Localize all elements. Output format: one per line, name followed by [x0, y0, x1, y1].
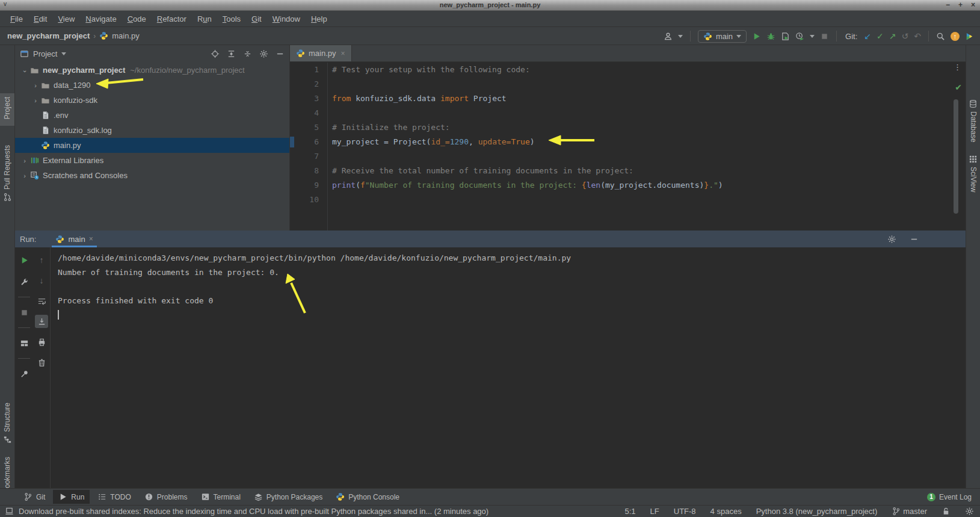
code-with-me-icon[interactable]: [965, 32, 974, 41]
hide-panel-button[interactable]: [276, 49, 285, 58]
code-line-4[interactable]: [332, 106, 952, 120]
tree-chevron-right-icon[interactable]: ›: [31, 97, 40, 104]
tree-chevron-right-icon[interactable]: ›: [31, 82, 40, 89]
stripe-tab-project[interactable]: Project: [0, 93, 14, 126]
user-dropdown-chevron-icon[interactable]: [678, 35, 683, 38]
close-button[interactable]: ×: [971, 0, 975, 10]
tree-item-external-libraries[interactable]: ›External Libraries: [15, 153, 289, 168]
menu-navigate[interactable]: Navigate: [80, 13, 122, 25]
indent-setting[interactable]: 4 spaces: [710, 507, 742, 516]
code-line-8[interactable]: # Receive the total number of training d…: [332, 164, 952, 178]
line-ending[interactable]: LF: [650, 507, 659, 516]
event-log-button[interactable]: 1 Event Log: [927, 493, 972, 501]
menu-view[interactable]: View: [52, 13, 80, 25]
code-line-10[interactable]: [332, 193, 952, 207]
code-area[interactable]: # Test your setup with the following cod…: [332, 63, 952, 231]
git-branch-widget[interactable]: master: [892, 507, 927, 516]
editor-scrollbar[interactable]: [954, 99, 958, 214]
indexing-settings-icon[interactable]: [965, 507, 974, 516]
panel-settings-button[interactable]: [259, 49, 268, 58]
git-update-button[interactable]: ↙: [864, 32, 871, 40]
readonly-lock-icon[interactable]: [941, 507, 951, 516]
rerun-button[interactable]: [20, 256, 29, 265]
git-commit-button[interactable]: ✓: [877, 32, 884, 40]
tree-item-konfuzio-sdk[interactable]: ›konfuzio-sdk: [15, 93, 289, 108]
code-line-3[interactable]: from konfuzio_sdk.data import Project: [332, 91, 952, 106]
pin-tab-button[interactable]: [20, 370, 29, 379]
tree-item-data-1290[interactable]: ›data_1290: [15, 78, 289, 93]
editor-body[interactable]: 12345678910 # Test your setup with the f…: [290, 63, 966, 231]
scroll-to-end-button[interactable]: [37, 317, 46, 326]
tree-item--env[interactable]: .env: [15, 108, 289, 123]
menu-run[interactable]: Run: [192, 13, 217, 25]
stripe-tab-database[interactable]: Database: [966, 96, 980, 146]
stripe-tab-structure[interactable]: Structure: [0, 399, 14, 448]
run-button[interactable]: [752, 32, 761, 41]
menu-window[interactable]: Window: [267, 13, 306, 25]
file-encoding[interactable]: UTF-8: [674, 507, 696, 516]
tab-close-icon[interactable]: ×: [341, 49, 345, 58]
profiler-chevron-icon[interactable]: [810, 35, 815, 38]
menu-code[interactable]: Code: [122, 13, 152, 25]
toolwindow-button-terminal[interactable]: Terminal: [196, 490, 246, 504]
code-line-1[interactable]: # Test your setup with the following cod…: [332, 63, 952, 77]
tree-item-konfuzio-sdk-log[interactable]: konfuzio_sdk.log: [15, 123, 289, 138]
menu-refactor[interactable]: Refactor: [152, 13, 192, 25]
soft-wrap-button[interactable]: [37, 297, 46, 306]
toolwindow-button-run[interactable]: Run: [53, 490, 90, 504]
tree-item-scratches-and-consoles[interactable]: ›Scratches and Consoles: [15, 168, 289, 183]
select-opened-file-button[interactable]: [211, 49, 220, 58]
toolwindow-button-python-packages[interactable]: Python Packages: [248, 490, 328, 504]
toolwindow-button-git[interactable]: Git: [18, 490, 51, 504]
run-panel-settings-button[interactable]: [887, 235, 896, 244]
code-line-6[interactable]: my_project = Project(id_=1290, update=Tr…: [332, 135, 952, 149]
breadcrumb-file[interactable]: main.py: [112, 31, 140, 40]
inspections-ok-check-icon[interactable]: ✔: [955, 82, 962, 92]
tree-chevron-right-icon[interactable]: ›: [20, 157, 29, 164]
code-line-9[interactable]: print(f"Number of training documents in …: [332, 178, 952, 193]
project-view-title[interactable]: Project: [33, 49, 57, 58]
toolwindow-button-problems[interactable]: Problems: [139, 490, 193, 504]
toolwindow-button-todo[interactable]: TODO: [92, 490, 136, 504]
menu-git[interactable]: Git: [246, 13, 267, 25]
edit-run-configuration-button[interactable]: [20, 277, 29, 286]
code-line-2[interactable]: [332, 77, 952, 91]
menu-file[interactable]: File: [5, 13, 28, 25]
maximize-button[interactable]: +: [958, 0, 963, 10]
run-tab-main[interactable]: main ×: [52, 231, 96, 247]
console-output[interactable]: /home/davide/miniconda3/envs/new_pycharm…: [58, 251, 960, 486]
project-view-chevron-icon[interactable]: [61, 52, 66, 55]
minimize-button[interactable]: −: [946, 0, 950, 10]
run-tab-close-icon[interactable]: ×: [89, 235, 93, 243]
menu-edit[interactable]: Edit: [28, 13, 52, 25]
menu-tools[interactable]: Tools: [217, 13, 246, 25]
user-account-icon[interactable]: [664, 32, 673, 41]
tree-chevron-down-icon[interactable]: ⌄: [20, 66, 29, 74]
stripe-tab-pull-requests[interactable]: Pull Requests: [0, 141, 14, 205]
run-panel-hide-button[interactable]: [910, 235, 919, 244]
tree-item-new-pycharm-project[interactable]: ⌄new_pycharm_project~/konfuzio/new_pycha…: [15, 63, 289, 78]
run-configuration-select[interactable]: main: [698, 30, 747, 43]
status-message-text[interactable]: Download pre-built shared indexes: Reduc…: [19, 507, 488, 516]
search-everywhere-button[interactable]: [936, 32, 945, 41]
run-with-coverage-button[interactable]: [781, 32, 790, 41]
collapse-all-button[interactable]: [243, 49, 252, 58]
editor-tab-main-py[interactable]: main.py ×: [290, 45, 352, 61]
menu-help[interactable]: Help: [306, 13, 333, 25]
toolwindow-button-python-console[interactable]: Python Console: [330, 490, 405, 504]
code-line-7[interactable]: [332, 149, 952, 164]
clear-console-button[interactable]: [37, 358, 46, 367]
restore-layout-button[interactable]: [20, 339, 29, 348]
editor-options-kebab-icon[interactable]: ⋮: [954, 66, 961, 69]
debug-button[interactable]: [766, 32, 775, 41]
tree-item-main-py[interactable]: main.py: [15, 138, 289, 153]
breadcrumb-project[interactable]: new_pycharm_project: [7, 31, 90, 40]
expand-all-button[interactable]: [227, 49, 236, 58]
ide-update-badge[interactable]: ↑: [951, 32, 960, 41]
status-message[interactable]: Download pre-built shared indexes: Reduc…: [5, 507, 488, 516]
print-console-button[interactable]: [37, 338, 46, 347]
caret-position[interactable]: 5:1: [625, 507, 636, 516]
profiler-button[interactable]: [795, 32, 804, 41]
tree-chevron-right-icon[interactable]: ›: [20, 172, 29, 179]
stripe-tab-sciview[interactable]: SciView: [966, 151, 980, 196]
